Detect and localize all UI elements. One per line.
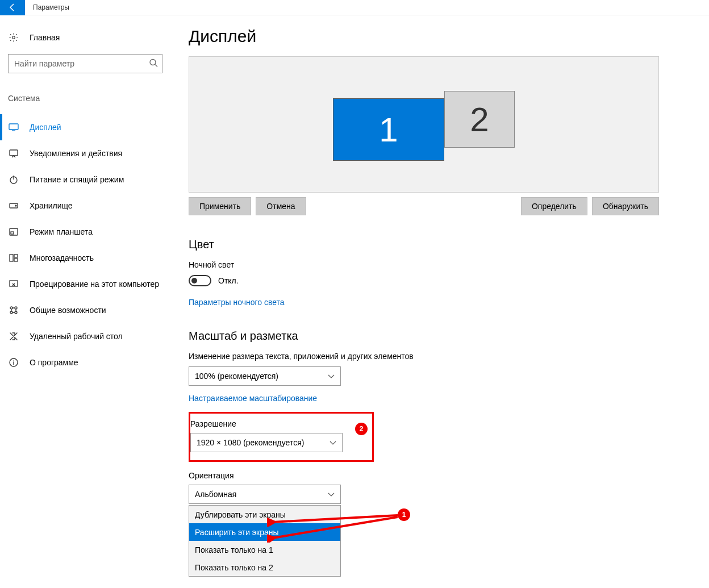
back-button[interactable] (0, 0, 25, 15)
svg-point-1 (150, 60, 156, 65)
detect-button[interactable]: Обнаружить (592, 197, 659, 215)
arrow-left-icon (8, 3, 17, 12)
sidebar-item-projecting[interactable]: Проецирование на этот компьютер (0, 271, 162, 297)
svg-rect-3 (10, 150, 18, 156)
annotation-badge-2: 2 (355, 423, 368, 435)
scale-value: 100% (рекомендуется) (195, 372, 278, 381)
sidebar-group-title: Система (8, 94, 162, 103)
sidebar-item-about[interactable]: О программе (0, 349, 162, 376)
svg-point-6 (15, 205, 16, 206)
power-icon (8, 175, 19, 184)
svg-point-15 (10, 311, 12, 314)
night-light-state: Откл. (218, 276, 239, 285)
sidebar: Главная Система Дисплей Уведомления и де… (0, 15, 170, 588)
svg-rect-12 (10, 281, 18, 286)
svg-point-0 (12, 36, 15, 39)
orientation-combobox[interactable]: Альбомная (189, 485, 341, 504)
scale-label: Изменение размера текста, приложений и д… (189, 352, 686, 361)
gear-icon (8, 32, 19, 43)
annotation-badge-1: 1 (398, 508, 410, 521)
orientation-value: Альбомная (195, 490, 236, 499)
search-input[interactable] (8, 54, 162, 73)
monitor-1[interactable]: 1 (333, 98, 444, 161)
sidebar-item-tablet[interactable]: Режим планшета (0, 219, 162, 245)
sidebar-item-shared[interactable]: Общие возможности (0, 297, 162, 323)
sidebar-item-label: Проецирование на этот компьютер (30, 280, 159, 289)
svg-point-13 (10, 307, 12, 309)
section-color-heading: Цвет (189, 238, 686, 251)
chevron-down-icon (330, 438, 336, 447)
tablet-icon (8, 228, 19, 236)
svg-rect-9 (10, 255, 13, 261)
option-duplicate[interactable]: Дублировать эти экраны (189, 506, 340, 523)
scale-combobox[interactable]: 100% (рекомендуется) (189, 366, 341, 386)
svg-rect-10 (14, 255, 18, 257)
sidebar-item-label: Питание и спящий режим (30, 175, 124, 184)
sidebar-home-label: Главная (30, 33, 60, 42)
sidebar-item-label: Дисплей (30, 123, 61, 132)
night-light-toggle[interactable] (189, 275, 211, 286)
sidebar-item-label: Уведомления и действия (30, 149, 122, 158)
resolution-value: 1920 × 1080 (рекомендуется) (197, 438, 304, 447)
remote-icon (8, 332, 19, 341)
night-light-settings-link[interactable]: Параметры ночного света (189, 298, 686, 307)
chevron-down-icon (328, 490, 335, 499)
annotation-resolution-box: 2 Разрешение 1920 × 1080 (рекомендуется) (189, 412, 374, 462)
sidebar-item-notifications[interactable]: Уведомления и действия (0, 140, 162, 166)
option-extend[interactable]: Расширить эти экраны (189, 523, 340, 541)
section-scale-heading: Масштаб и разметка (189, 330, 686, 343)
sidebar-item-label: Общие возможности (30, 306, 106, 315)
svg-point-14 (15, 307, 17, 309)
app-title: Параметры (25, 3, 69, 11)
orientation-label: Ориентация (189, 471, 686, 480)
sidebar-item-label: Режим планшета (30, 227, 93, 236)
identify-button[interactable]: Определить (521, 197, 587, 215)
info-icon (8, 358, 19, 367)
notifications-icon (8, 149, 19, 158)
apply-button[interactable]: Применить (189, 197, 251, 215)
sidebar-item-label: Удаленный рабочий стол (30, 332, 123, 341)
sidebar-item-display[interactable]: Дисплей (0, 114, 162, 140)
resolution-label: Разрешение (190, 419, 364, 428)
projecting-icon (8, 280, 19, 288)
search-icon (149, 59, 158, 69)
cancel-button[interactable]: Отмена (256, 197, 306, 215)
sidebar-home[interactable]: Главная (8, 32, 162, 43)
main-content: Дисплей 1 2 Применить Отмена Определить … (170, 15, 709, 588)
display-icon (8, 123, 19, 131)
svg-rect-8 (11, 232, 14, 234)
svg-point-16 (15, 311, 17, 314)
resolution-combobox[interactable]: 1920 × 1080 (рекомендуется) (190, 433, 343, 452)
sidebar-item-remote[interactable]: Удаленный рабочий стол (0, 323, 162, 349)
night-light-label: Ночной свет (189, 260, 686, 269)
svg-rect-2 (9, 124, 18, 130)
sidebar-item-power[interactable]: Питание и спящий режим (0, 166, 162, 193)
sidebar-item-label: О программе (30, 358, 78, 367)
sidebar-item-label: Хранилище (30, 201, 73, 210)
monitor-2[interactable]: 2 (444, 91, 515, 148)
storage-icon (8, 203, 19, 208)
chevron-down-icon (328, 372, 335, 381)
sidebar-item-multitask[interactable]: Многозадачность (0, 245, 162, 271)
svg-rect-11 (14, 258, 18, 261)
custom-scaling-link[interactable]: Настраиваемое масштабирование (189, 394, 686, 403)
shared-icon (8, 306, 19, 315)
option-show-only-2[interactable]: Показать только на 2 (189, 558, 340, 576)
multiple-displays-dropdown: Дублировать эти экраны Расширить эти экр… (189, 505, 341, 577)
sidebar-item-label: Многозадачность (30, 253, 94, 262)
multitask-icon (8, 254, 19, 262)
option-show-only-1[interactable]: Показать только на 1 (189, 541, 340, 558)
display-arrangement-area[interactable]: 1 2 (189, 56, 659, 193)
sidebar-item-storage[interactable]: Хранилище (0, 193, 162, 219)
page-heading: Дисплей (189, 27, 686, 46)
